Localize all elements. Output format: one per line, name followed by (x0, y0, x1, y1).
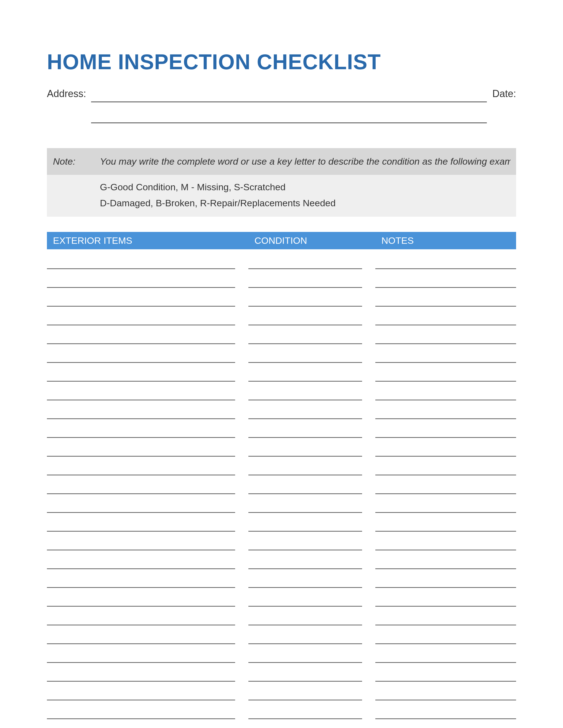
table-row (47, 694, 516, 700)
cell-notes-input[interactable] (375, 281, 516, 288)
cell-items-input[interactable] (47, 338, 235, 344)
note-box: Note: You may write the complete word or… (47, 148, 516, 217)
cell-items-input[interactable] (47, 413, 235, 419)
table-row (47, 300, 516, 307)
table-row (47, 356, 516, 363)
cell-condition-input[interactable] (248, 375, 362, 382)
cell-condition-input[interactable] (248, 638, 362, 644)
cell-items-input[interactable] (47, 300, 235, 307)
address-lines (91, 87, 487, 123)
cell-notes-input[interactable] (375, 375, 516, 382)
table-row (47, 263, 516, 269)
cell-condition-input[interactable] (248, 525, 362, 532)
cell-notes-input[interactable] (375, 619, 516, 625)
cell-notes-input[interactable] (375, 394, 516, 400)
cell-condition-input[interactable] (248, 694, 362, 700)
table-row (47, 469, 516, 475)
cell-notes-input[interactable] (375, 638, 516, 644)
cell-condition-input[interactable] (248, 656, 362, 663)
cell-condition-input[interactable] (248, 281, 362, 288)
cell-condition-input[interactable] (248, 563, 362, 569)
cell-items-input[interactable] (47, 619, 235, 625)
cell-condition-input[interactable] (248, 675, 362, 682)
address-block: Address: (47, 87, 487, 123)
cell-items-input[interactable] (47, 319, 235, 325)
cell-notes-input[interactable] (375, 413, 516, 419)
table-row (47, 713, 516, 719)
note-key-line-1: G-Good Condition, M - Missing, S-Scratch… (100, 179, 511, 195)
cell-condition-input[interactable] (248, 431, 362, 438)
cell-notes-input[interactable] (375, 431, 516, 438)
cell-items-input[interactable] (47, 506, 235, 513)
cell-condition-input[interactable] (248, 263, 362, 269)
cell-condition-input[interactable] (248, 356, 362, 363)
cell-condition-input[interactable] (248, 413, 362, 419)
address-input-line-2[interactable] (91, 110, 487, 123)
table-row (47, 319, 516, 325)
cell-notes-input[interactable] (375, 300, 516, 307)
cell-condition-input[interactable] (248, 619, 362, 625)
cell-items-input[interactable] (47, 694, 235, 700)
cell-items-input[interactable] (47, 563, 235, 569)
cell-items-input[interactable] (47, 656, 235, 663)
date-label: Date: (492, 87, 516, 100)
cell-notes-input[interactable] (375, 656, 516, 663)
note-text: You may write the complete word or use a… (100, 155, 511, 168)
address-input-line-1[interactable] (91, 89, 487, 102)
table-row (47, 563, 516, 569)
cell-items-input[interactable] (47, 469, 235, 475)
cell-notes-input[interactable] (375, 600, 516, 607)
cell-notes-input[interactable] (375, 694, 516, 700)
cell-notes-input[interactable] (375, 263, 516, 269)
cell-notes-input[interactable] (375, 488, 516, 494)
cell-notes-input[interactable] (375, 525, 516, 532)
cell-notes-input[interactable] (375, 581, 516, 588)
cell-items-input[interactable] (47, 544, 235, 550)
cell-condition-input[interactable] (248, 338, 362, 344)
cell-condition-input[interactable] (248, 600, 362, 607)
table-row (47, 581, 516, 588)
cell-items-input[interactable] (47, 450, 235, 457)
cell-condition-input[interactable] (248, 300, 362, 307)
note-key-line-2: D-Damaged, B-Broken, R-Repair/Replacemen… (100, 195, 511, 211)
cell-notes-input[interactable] (375, 544, 516, 550)
note-legend: G-Good Condition, M - Missing, S-Scratch… (47, 175, 516, 217)
cell-items-input[interactable] (47, 431, 235, 438)
cell-items-input[interactable] (47, 263, 235, 269)
cell-items-input[interactable] (47, 600, 235, 607)
cell-items-input[interactable] (47, 675, 235, 682)
cell-condition-input[interactable] (248, 469, 362, 475)
cell-items-input[interactable] (47, 375, 235, 382)
table-row (47, 600, 516, 607)
table-header: EXTERIOR ITEMS CONDITION NOTES (47, 232, 516, 249)
cell-notes-input[interactable] (375, 319, 516, 325)
table-row (47, 413, 516, 419)
cell-items-input[interactable] (47, 638, 235, 644)
cell-items-input[interactable] (47, 356, 235, 363)
cell-notes-input[interactable] (375, 506, 516, 513)
cell-notes-input[interactable] (375, 713, 516, 719)
cell-items-input[interactable] (47, 394, 235, 400)
cell-condition-input[interactable] (248, 319, 362, 325)
cell-condition-input[interactable] (248, 544, 362, 550)
cell-notes-input[interactable] (375, 356, 516, 363)
cell-items-input[interactable] (47, 713, 235, 719)
cell-items-input[interactable] (47, 525, 235, 532)
cell-notes-input[interactable] (375, 469, 516, 475)
cell-notes-input[interactable] (375, 450, 516, 457)
cell-condition-input[interactable] (248, 450, 362, 457)
cell-items-input[interactable] (47, 581, 235, 588)
table-row (47, 656, 516, 663)
address-section: Address: Date: (47, 87, 516, 123)
cell-notes-input[interactable] (375, 338, 516, 344)
cell-notes-input[interactable] (375, 675, 516, 682)
cell-condition-input[interactable] (248, 713, 362, 719)
cell-notes-input[interactable] (375, 563, 516, 569)
cell-items-input[interactable] (47, 488, 235, 494)
cell-condition-input[interactable] (248, 394, 362, 400)
cell-condition-input[interactable] (248, 488, 362, 494)
cell-condition-input[interactable] (248, 506, 362, 513)
header-notes: NOTES (382, 235, 510, 246)
cell-condition-input[interactable] (248, 581, 362, 588)
cell-items-input[interactable] (47, 281, 235, 288)
